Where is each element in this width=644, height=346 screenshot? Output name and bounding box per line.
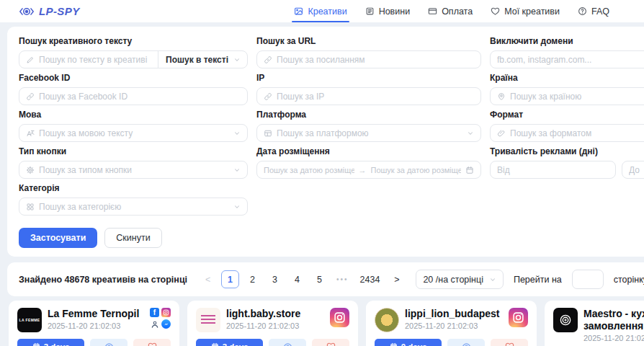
instagram-icon xyxy=(330,308,349,327)
tab-news[interactable]: Новини xyxy=(365,0,411,22)
language-select[interactable] xyxy=(19,124,248,142)
heart-icon xyxy=(491,6,500,16)
tab-label: Оплата xyxy=(442,6,473,17)
chevron-down-icon xyxy=(233,167,241,174)
creative-card[interactable]: lippi_lion_budapest 2025-11-20 21:02:03 … xyxy=(366,301,537,346)
goto-page-input[interactable] xyxy=(572,270,604,289)
instagram-icon xyxy=(161,308,171,317)
views-button[interactable] xyxy=(269,339,306,346)
views-button[interactable] xyxy=(447,339,485,346)
like-button[interactable] xyxy=(312,339,349,346)
ip-control xyxy=(256,87,481,105)
exclude-domains-input[interactable] xyxy=(497,55,644,65)
goto-page-suffix: сторінку xyxy=(614,275,644,285)
prev-page-button[interactable]: < xyxy=(199,270,217,288)
ip-input[interactable] xyxy=(277,92,474,102)
platform-select[interactable] xyxy=(256,124,481,142)
pencil-icon xyxy=(26,56,35,64)
days-label: 3 days xyxy=(44,342,70,346)
language-input[interactable] xyxy=(39,128,229,138)
like-button[interactable] xyxy=(491,339,528,346)
field-ip: IP xyxy=(256,73,481,105)
days-active-button[interactable]: 3 days xyxy=(17,339,84,346)
apply-button[interactable]: Застосувати xyxy=(19,228,97,248)
country-input[interactable] xyxy=(510,92,644,102)
page-button-2[interactable]: 2 xyxy=(243,270,261,288)
date-from-input[interactable] xyxy=(264,166,354,174)
page-size-label: 20 /на сторінці xyxy=(423,275,483,285)
duration-to-input[interactable] xyxy=(629,165,644,175)
eye-logo-icon xyxy=(19,4,35,19)
url-control xyxy=(256,50,481,68)
goto-page-label: Перейти на xyxy=(514,275,562,285)
views-button[interactable] xyxy=(90,339,128,346)
category-input[interactable] xyxy=(39,202,229,212)
paperclip-icon xyxy=(497,129,506,138)
platform-input[interactable] xyxy=(277,128,462,138)
creative-card[interactable]: light.baby.store 2025-11-20 21:02:03 3 d… xyxy=(187,301,358,346)
format-input[interactable] xyxy=(510,128,644,138)
page-ellipsis[interactable]: ••• xyxy=(333,270,352,288)
creative-title: light.baby.store xyxy=(226,308,300,320)
news-icon xyxy=(365,6,375,16)
page-button-2434[interactable]: 2434 xyxy=(357,270,384,288)
tab-label: Новини xyxy=(379,6,411,17)
creative-date: 2025-11-20 21:02:03 xyxy=(48,321,139,330)
question-icon xyxy=(578,6,587,16)
field-facebook-id: Facebook ID xyxy=(19,73,248,105)
text-search-mode-select[interactable]: Пошук в тексті xyxy=(158,51,241,68)
exclude-domains-control xyxy=(490,50,644,68)
creative-title: La Femme Ternopil xyxy=(48,308,139,320)
days-label: 3 days xyxy=(223,342,249,346)
days-active-button[interactable]: 3 days xyxy=(196,339,263,346)
tab-creatives[interactable]: Креативи xyxy=(294,0,346,22)
category-select[interactable] xyxy=(19,198,248,216)
text-search-input[interactable] xyxy=(39,55,152,65)
creative-date: 2025-11-20 21:02:03 xyxy=(583,334,644,342)
field-language: Мова xyxy=(19,110,248,142)
date-range-picker[interactable]: → xyxy=(256,161,481,179)
page-button-4[interactable]: 4 xyxy=(288,270,306,288)
duration-from-control xyxy=(490,161,616,179)
duration-from-input[interactable] xyxy=(497,165,609,175)
avatar xyxy=(375,308,399,332)
duration-to-control xyxy=(622,161,644,179)
field-label: Тип кнопки xyxy=(19,146,248,156)
field-label: Пошук за URL xyxy=(256,36,481,46)
date-to-input[interactable] xyxy=(371,166,462,174)
link-icon xyxy=(264,92,272,101)
page-button-5[interactable]: 5 xyxy=(310,270,328,288)
creatives-grid: LA FEMME La Femme Ternopil 2025-11-20 21… xyxy=(9,301,644,346)
tab-faq[interactable]: FAQ xyxy=(578,0,609,22)
field-text-search: Пошук креативного тексту Пошук в тексті xyxy=(19,36,248,68)
mode-label: Пошук в тексті xyxy=(166,55,228,65)
creative-card[interactable]: Maestro - кухні, меблі на замовлення в У… xyxy=(545,301,644,346)
page-size-select[interactable]: 20 /на сторінці xyxy=(416,270,504,289)
tab-payment[interactable]: Оплата xyxy=(428,0,473,22)
tab-my-creatives[interactable]: Мої креативи xyxy=(491,0,560,22)
link-icon xyxy=(264,56,272,64)
button-type-select[interactable] xyxy=(19,161,248,179)
creative-date: 2025-11-20 21:02:03 xyxy=(405,321,499,330)
creative-date: 2025-11-20 21:02:03 xyxy=(226,321,300,330)
facebook-id-input[interactable] xyxy=(39,92,241,102)
tab-label: Мої креативи xyxy=(504,6,560,17)
filter-panel: Пошук креативного тексту Пошук в тексті … xyxy=(7,27,644,257)
page-button-1[interactable]: 1 xyxy=(221,270,239,288)
days-active-button[interactable]: 0 days xyxy=(375,339,442,346)
page-button-3[interactable]: 3 xyxy=(266,270,284,288)
pin-icon xyxy=(497,92,506,101)
creative-card[interactable]: LA FEMME La Femme Ternopil 2025-11-20 21… xyxy=(9,301,179,346)
field-label: Тривалість реклами (дні) xyxy=(490,146,644,156)
logo-text: LP-SPY xyxy=(39,5,80,17)
reset-button[interactable]: Скинути xyxy=(104,228,161,248)
next-page-button[interactable]: > xyxy=(388,270,406,288)
logo[interactable]: LP-SPY xyxy=(19,4,80,19)
chevron-down-icon xyxy=(233,56,241,63)
button-type-input[interactable] xyxy=(39,165,229,175)
gear-icon xyxy=(26,166,35,174)
like-button[interactable] xyxy=(133,339,171,346)
field-exclude-domains: Виключити домени xyxy=(490,36,644,68)
url-input[interactable] xyxy=(277,55,474,65)
avatar xyxy=(196,308,220,332)
